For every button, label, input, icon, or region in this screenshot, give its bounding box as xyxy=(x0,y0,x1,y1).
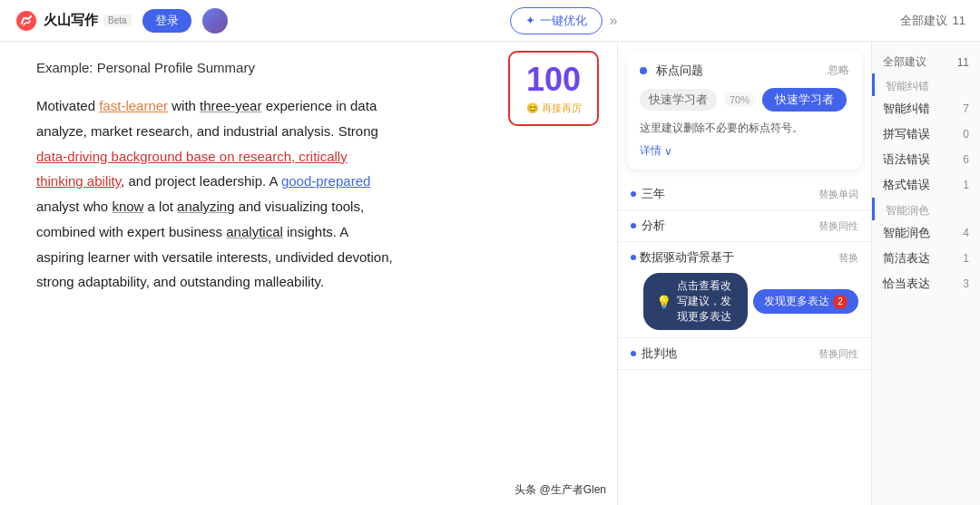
sidebar-item-smart-tone[interactable]: 智能润色 4 xyxy=(872,220,980,246)
know-highlight: know xyxy=(112,199,143,214)
card-note: 这里建议删除不必要的标点符号。 xyxy=(640,121,849,136)
thinking-ability-highlight: thinking ability xyxy=(36,173,121,189)
tooltip-text: 点击查看改写建议，发现更多表达 xyxy=(677,278,735,325)
more-icon[interactable]: » xyxy=(610,13,618,29)
tooltip-action-row: 💡 点击查看改写建议，发现更多表达 发现更多表达 2 xyxy=(643,273,858,330)
sidebar-smart-fix-title: 智能纠错 xyxy=(872,73,980,96)
sidebar-concise-label: 简洁表达 xyxy=(883,250,930,267)
sidebar-smart-fix-item-label: 智能纠错 xyxy=(883,101,930,117)
avatar-button[interactable] xyxy=(202,8,228,34)
list-item-last[interactable]: 批判地 替换同性 xyxy=(618,338,871,370)
content-text-4c: and visualizing tools, xyxy=(235,199,365,214)
sidebar-smart-tone-label: 智能润色 xyxy=(883,225,930,241)
sidebar-appropriate-label: 恰当表达 xyxy=(883,276,930,292)
content-text-7: strong adaptability, and outstanding mal… xyxy=(36,274,324,289)
three-year-highlight: three-year xyxy=(200,98,261,113)
sidebar-all-label: 全部建议 xyxy=(883,54,926,70)
detail-label: 详情 xyxy=(640,143,662,159)
sidebar-all-title: 全部建议 11 xyxy=(872,51,980,73)
tooltip-bar: 💡 点击查看改写建议，发现更多表达 xyxy=(643,273,748,330)
sidebar-smart-tone-title: 智能润色 xyxy=(872,198,980,220)
list-item-2[interactable]: 分析 替换同性 xyxy=(618,210,871,242)
content-text-4: analyst who xyxy=(36,199,112,214)
suggestions-count: 11 xyxy=(953,14,965,27)
sidebar-spell-label: 拼写错误 xyxy=(883,126,930,142)
optimize-button[interactable]: ✦ 一键优化 xyxy=(510,7,603,34)
sidebar-item-format[interactable]: 格式错误 1 xyxy=(872,172,980,198)
header-center: ✦ 一键优化 » xyxy=(239,7,889,34)
sidebar-grammar-label: 语法错误 xyxy=(883,151,930,168)
row-tag-last: 替换同性 xyxy=(818,347,858,361)
sidebar-format-label: 格式错误 xyxy=(883,177,930,193)
suggestions-header: 全部建议 11 xyxy=(900,13,965,29)
sidebar-all-count: 11 xyxy=(957,56,969,69)
content-text-1c: experience in data xyxy=(261,98,377,113)
card-header: 标点问题 忽略 xyxy=(640,62,849,79)
sidebar-smart-fix-label: 智能纠错 xyxy=(886,80,929,92)
sidebar-smart-tone-title-label: 智能润色 xyxy=(886,204,929,217)
card-type-area: 标点问题 xyxy=(640,62,703,79)
logo-icon xyxy=(15,9,38,33)
panel: 标点问题 忽略 快速学习者 70% 快速学习者 这里建议删除不必要的标点符号。 … xyxy=(617,42,871,505)
data-row[interactable]: 数据驱动背景基于 替换 💡 点击查看改写建议，发现更多表达 发现更多表达 2 xyxy=(618,242,871,338)
fast-learner-highlight: fast-learner xyxy=(99,98,168,113)
row-text-data: 数据驱动背景基于 xyxy=(640,249,835,266)
sidebar-format-count: 1 xyxy=(963,179,969,191)
watermark: 头条 @生产者Glen xyxy=(514,482,606,498)
discover-more-button[interactable]: 发现更多表达 2 xyxy=(753,289,858,314)
bulb-icon: 💡 xyxy=(656,295,671,309)
svg-point-0 xyxy=(16,11,36,31)
sidebar-smart-tone-count: 4 xyxy=(963,227,969,239)
card-dot xyxy=(640,67,647,74)
score-label-text: 再接再厉 xyxy=(542,102,582,115)
logo-area: 火山写作 Beta xyxy=(15,9,132,33)
sidebar-item-grammar[interactable]: 语法错误 6 xyxy=(872,147,980,172)
suggestions-label: 全部建议 xyxy=(900,13,947,29)
data-driving-highlight: data-driving background base on research… xyxy=(36,149,348,164)
row-tag-2: 替换同性 xyxy=(818,219,858,233)
list-item-1[interactable]: 三年 替换单词 xyxy=(618,179,871,210)
row-text-1: 三年 xyxy=(642,186,813,202)
sidebar-grammar-count: 6 xyxy=(963,153,969,166)
optimize-label: 一键优化 xyxy=(540,13,587,29)
editor-area[interactable]: Example: Personal Profile Summary Motiva… xyxy=(0,42,617,505)
content-text-2: analyze, market research, and industrial… xyxy=(36,123,378,139)
content-text-5: combined with expert business xyxy=(36,224,226,239)
row-dot-2 xyxy=(631,223,636,228)
content-paragraph: Motivated fast-learner with three-year e… xyxy=(36,93,581,295)
sidebar-item-appropriate[interactable]: 恰当表达 3 xyxy=(872,271,980,296)
analytical-highlight: analytical xyxy=(226,224,283,239)
sidebar-item-smart-fix[interactable]: 智能纠错 7 xyxy=(872,96,980,121)
row-dot-data xyxy=(631,255,636,260)
row-text-last: 批判地 xyxy=(642,345,813,362)
doc-title: Example: Personal Profile Summary xyxy=(36,60,581,75)
ignore-button[interactable]: 忽略 xyxy=(828,63,849,78)
score-emoji: 😊 xyxy=(526,102,539,114)
card-detail[interactable]: 详情 ∨ xyxy=(640,143,849,159)
sidebar-spell-count: 0 xyxy=(963,128,969,141)
chevron-down-icon: ∨ xyxy=(664,145,672,158)
login-button[interactable]: 登录 xyxy=(142,9,191,33)
score-number: 100 xyxy=(521,62,586,98)
analyzing-highlight: analyzing xyxy=(177,199,234,214)
action-label: 发现更多表达 xyxy=(764,294,829,309)
good-prepared-highlight: good-prepared xyxy=(281,173,370,189)
word-original: 快速学习者 xyxy=(640,89,717,111)
sidebar-appropriate-count: 3 xyxy=(963,277,969,290)
card-words: 快速学习者 70% 快速学习者 xyxy=(640,88,849,112)
sidebar-smart-fix-count: 7 xyxy=(963,102,969,115)
score-label: 😊 再接再厉 xyxy=(521,102,586,115)
row-dot-last xyxy=(631,351,636,356)
header: 火山写作 Beta 登录 ✦ 一键优化 » 全部建议 11 xyxy=(0,0,980,42)
word-suggested[interactable]: 快速学习者 xyxy=(762,88,847,112)
beta-badge: Beta xyxy=(103,15,132,26)
optimize-icon: ✦ xyxy=(525,14,535,27)
right-sidebar: 全部建议 11 智能纠错 智能纠错 7 拼写错误 0 语法错误 6 格式错误 1… xyxy=(871,42,980,505)
sidebar-item-spell[interactable]: 拼写错误 0 xyxy=(872,121,980,147)
word-score: 70% xyxy=(724,92,755,107)
sidebar-item-concise[interactable]: 简洁表达 1 xyxy=(872,246,980,271)
doc-content: Motivated fast-learner with three-year e… xyxy=(36,93,581,295)
main: Example: Personal Profile Summary Motiva… xyxy=(0,42,980,505)
content-text-1b: with xyxy=(168,98,200,113)
content-text-5b: insights. A xyxy=(283,224,349,239)
